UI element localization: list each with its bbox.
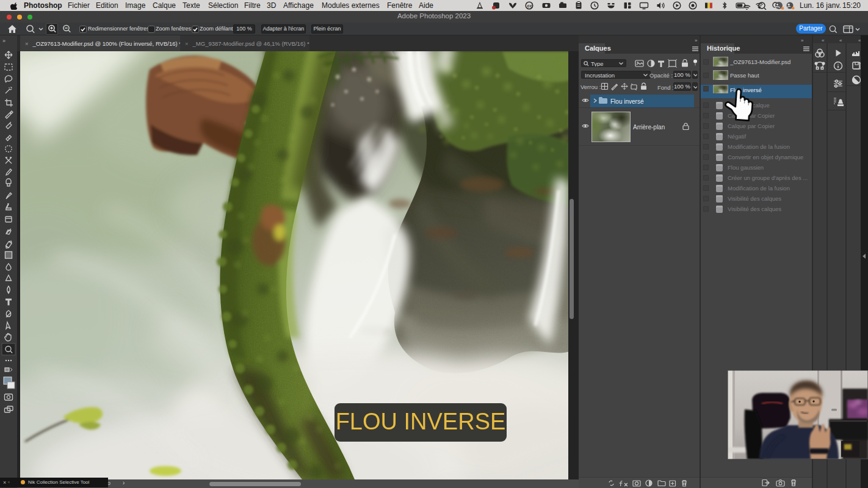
svg-text:»: » [2, 38, 5, 44]
svg-text:cc: cc [527, 3, 533, 9]
